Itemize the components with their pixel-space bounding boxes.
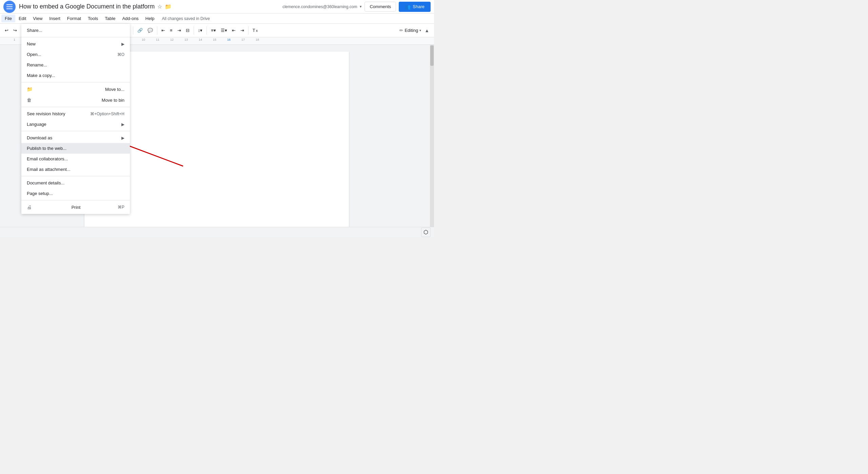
menu-insert[interactable]: Insert xyxy=(46,15,64,22)
menu-table[interactable]: Table xyxy=(101,15,119,22)
menu-item-rename[interactable]: Rename... xyxy=(21,60,130,70)
menu-item-language[interactable]: Language ▶ xyxy=(21,119,130,130)
menu-item-email-collaborators[interactable]: Email collaborators... xyxy=(21,154,130,164)
share-label: Share xyxy=(413,4,425,9)
scroll-thumb[interactable] xyxy=(430,45,434,66)
page-setup-label: Page setup... xyxy=(27,191,53,196)
print-icon: 🖨 xyxy=(27,204,32,210)
editing-dropdown-arrow[interactable]: ▾ xyxy=(419,28,421,32)
menu-tools[interactable]: Tools xyxy=(84,15,101,22)
menu-item-move-to-bin[interactable]: 🗑 Move to bin xyxy=(21,95,130,105)
align-center-button[interactable]: ≡ xyxy=(168,26,175,34)
download-as-arrow: ▶ xyxy=(121,136,124,140)
menu-file[interactable]: File xyxy=(1,15,15,22)
menu-item-download-as[interactable]: Download as ▶ xyxy=(21,133,130,143)
top-bar: How to embed a Google Document in the pl… xyxy=(0,0,434,14)
doc-title-text: How to embed a Google Document in the pl… xyxy=(19,3,155,10)
menu-item-publish-to-web[interactable]: Publish to the web... xyxy=(21,143,130,154)
menu-edit[interactable]: Edit xyxy=(15,15,29,22)
menu-addons[interactable]: Add-ons xyxy=(119,15,142,22)
new-arrow: ▶ xyxy=(121,42,124,46)
toolbar-separator-4 xyxy=(133,26,133,35)
bullet-list-button[interactable]: ☰▾ xyxy=(219,26,229,34)
redo-button[interactable]: ↪ xyxy=(11,26,19,34)
indent-less-button[interactable]: ⇤ xyxy=(230,26,238,34)
sidebar-right xyxy=(423,45,430,237)
toolbar-separator-6 xyxy=(194,26,194,35)
align-left-button[interactable]: ⇤ xyxy=(159,26,167,34)
menu-item-share[interactable]: Share... xyxy=(21,25,130,36)
make-copy-label: Make a copy... xyxy=(27,73,55,78)
assistant-button[interactable]: ⬡ xyxy=(421,228,431,237)
move-to-label: Move to... xyxy=(105,87,124,92)
toolbar-separator-8 xyxy=(248,26,249,35)
comments-button[interactable]: Comments xyxy=(364,2,396,12)
print-shortcut: ⌘P xyxy=(118,205,124,210)
open-label: Open... xyxy=(27,52,41,57)
toolbar-collapse-button[interactable]: ▲ xyxy=(422,27,431,34)
menu-item-page-setup[interactable]: Page setup... xyxy=(21,188,130,199)
link-button[interactable]: 🔗 xyxy=(135,26,145,34)
language-arrow: ▶ xyxy=(121,122,124,127)
revision-history-label: See revision history xyxy=(27,111,65,116)
email-collaborators-label: Email collaborators... xyxy=(27,156,68,161)
user-email: clemence.condomines@360learning.com xyxy=(282,4,357,9)
saved-status: All changes saved in Drive xyxy=(162,16,210,21)
new-label: New xyxy=(27,41,36,46)
revision-shortcut: ⌘+Option+Shift+H xyxy=(90,112,124,116)
menu-help[interactable]: Help xyxy=(142,15,158,22)
clear-format-button[interactable]: Tx xyxy=(251,26,260,34)
publish-to-web-label: Publish to the web... xyxy=(27,146,66,151)
move-to-bin-label: Move to bin xyxy=(102,98,124,103)
align-right-button[interactable]: ⇥ xyxy=(175,26,183,34)
open-shortcut: ⌘O xyxy=(117,52,124,57)
editing-mode-area: ✏ Editing ▾ ▲ xyxy=(399,27,431,34)
toolbar-separator-5 xyxy=(157,26,157,35)
separator-2 xyxy=(21,82,130,82)
share-icon: 👥 xyxy=(405,4,411,9)
bin-icon: 🗑 xyxy=(27,97,32,103)
editing-label: Editing xyxy=(405,28,418,33)
separator-4 xyxy=(21,131,130,131)
file-dropdown-menu: Share... New ▶ Open... ⌘O Rename... Make… xyxy=(21,24,130,214)
separator-1 xyxy=(21,37,130,37)
star-icon[interactable]: ☆ xyxy=(157,3,162,10)
document-details-label: Document details... xyxy=(27,180,64,185)
menu-format[interactable]: Format xyxy=(64,15,84,22)
doc-title-area: How to embed a Google Document in the pl… xyxy=(19,3,282,10)
language-label: Language xyxy=(27,122,46,127)
top-right-area: clemence.condomines@360learning.com ▾ Co… xyxy=(282,2,431,12)
separator-5 xyxy=(21,176,130,176)
menu-item-print[interactable]: 🖨 Print ⌘P xyxy=(21,202,130,213)
email-attachment-label: Email as attachment... xyxy=(27,167,71,172)
indent-more-button[interactable]: ⇥ xyxy=(238,26,246,34)
share-button[interactable]: 👥 Share xyxy=(399,2,431,12)
toolbar-separator-7 xyxy=(206,26,207,35)
separator-6 xyxy=(21,200,130,200)
folder-icon[interactable]: 📁 xyxy=(165,3,172,10)
rename-label: Rename... xyxy=(27,62,47,67)
menu-bar: File Edit View Insert Format Tools Table… xyxy=(0,14,434,24)
menu-item-document-details[interactable]: Document details... xyxy=(21,178,130,188)
scrollbar[interactable] xyxy=(430,45,434,237)
align-justify-button[interactable]: ⊟ xyxy=(184,26,192,34)
user-dropdown-icon[interactable]: ▾ xyxy=(360,4,362,9)
pencil-icon: ✏ xyxy=(399,28,403,33)
bottom-bar: ⬡ xyxy=(0,227,434,237)
download-as-label: Download as xyxy=(27,135,52,140)
menu-item-new[interactable]: New ▶ xyxy=(21,39,130,49)
menu-item-make-copy[interactable]: Make a copy... xyxy=(21,70,130,81)
undo-button[interactable]: ↩ xyxy=(3,26,11,34)
menu-item-open[interactable]: Open... ⌘O xyxy=(21,49,130,60)
hamburger-menu[interactable] xyxy=(3,1,16,13)
print-label: Print xyxy=(72,205,81,210)
menu-item-revision-history[interactable]: See revision history ⌘+Option+Shift+H xyxy=(21,108,130,119)
menu-item-email-attachment[interactable]: Email as attachment... xyxy=(21,164,130,175)
separator-3 xyxy=(21,107,130,107)
menu-view[interactable]: View xyxy=(29,15,46,22)
comment-button[interactable]: 💬 xyxy=(145,26,155,34)
menu-item-move-to[interactable]: 📁 Move to... xyxy=(21,84,130,95)
numbered-list-button[interactable]: ≡▾ xyxy=(209,26,218,34)
move-to-icon: 📁 xyxy=(27,86,33,92)
line-spacing-button[interactable]: ↕▾ xyxy=(196,26,205,34)
